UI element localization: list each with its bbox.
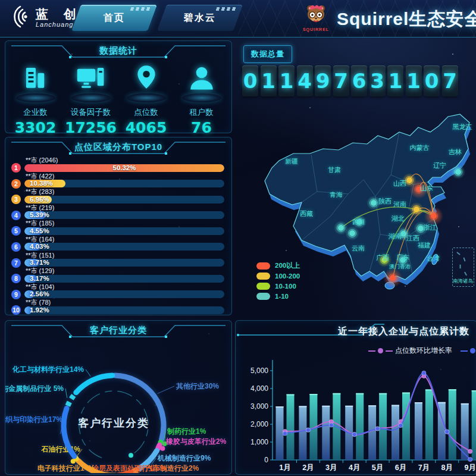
bar-1 — [415, 402, 422, 460]
legend-label: 200以上 — [275, 261, 300, 270]
map-marker — [383, 268, 402, 287]
monitor-icon — [65, 62, 117, 99]
counter-digit: 1 — [406, 65, 422, 96]
x-tick-label: 4月 — [349, 464, 360, 472]
stat-item: 企业数3302 — [10, 62, 62, 136]
top10-bar-track: 6.96% — [24, 196, 224, 203]
donut-center-label: 客户行业分类 — [62, 416, 165, 430]
app-title: Squirrel生态安全云平台 — [337, 7, 476, 32]
stat-value: 4065 — [120, 119, 173, 136]
squirrel-icon — [302, 2, 330, 26]
top10-row: **市 (129)83.17% — [11, 267, 224, 283]
bar-2 — [425, 390, 433, 461]
stats-panel: 数据统计 企业数3302设备因子数17256点位数4065租户数76 — [5, 40, 232, 133]
counter-digit: 4 — [297, 65, 313, 96]
industry-donut-chart: 其他行业30%制药行业1%橡胶与皮革行业2%机械制造行业9%汽车制造行业2%涂层… — [5, 339, 231, 472]
inner-ring-dot — [129, 453, 133, 458]
map-legend-item[interactable]: 200以上 — [256, 261, 300, 271]
x-tick-label: 1月 — [279, 464, 290, 472]
province-label: 广西 — [376, 253, 389, 262]
top10-bar-track: 10.38% — [24, 180, 224, 187]
top10-value-label: 3.71% — [30, 259, 49, 267]
donut-label: 化工与材料学行业14% — [12, 365, 84, 374]
bar-2 — [472, 390, 476, 460]
top10-bar-line: 54.55% — [11, 227, 224, 235]
province-label: 青海 — [330, 190, 343, 199]
y-tick-label: 1,000 — [250, 438, 268, 446]
stat-item: 点位数4065 — [120, 62, 173, 136]
tab-home[interactable]: 首页 — [71, 5, 157, 31]
top10-row: **市 (164)64.03% — [11, 236, 224, 252]
x-tick-label: 3月 — [325, 464, 337, 472]
bar-1 — [299, 406, 306, 460]
donut-label: 钢铁与金属制品行业 5% — [5, 384, 64, 393]
top10-row: **市 (219)45.39% — [11, 204, 224, 220]
province-label: 西藏 — [300, 209, 313, 218]
counter-digit: 1 — [261, 65, 277, 96]
map-marker — [451, 165, 465, 179]
top10-value-label: 5.39% — [30, 211, 49, 219]
top10-category: **市 (422) — [11, 173, 224, 180]
province-label: 甘肃 — [328, 165, 341, 174]
province-label: 山东 — [420, 184, 433, 193]
top10-value-label: 4.03% — [30, 243, 49, 250]
map-legend-item[interactable]: 100-200 — [256, 271, 300, 281]
y-tick-label: 2,000 — [250, 420, 268, 428]
top10-bar-line: 101.92% — [11, 306, 224, 314]
bar-2 — [402, 393, 410, 460]
counter-digit: 7 — [442, 65, 458, 96]
stat-label: 企业数 — [10, 107, 62, 118]
top10-bar-line: 92.56% — [11, 290, 224, 299]
map-legend-item[interactable]: 1-10 — [256, 291, 300, 301]
total-counter: 011497631107 — [242, 65, 458, 96]
legend-swatch — [256, 262, 270, 270]
donut-label: 橡胶与皮革行业2% — [165, 437, 227, 446]
province-label: 云南 — [352, 244, 365, 253]
top10-value-label: 50.32% — [24, 164, 224, 172]
map-legend-item[interactable]: 10-100 — [256, 281, 300, 291]
tab-label: 首页 — [104, 12, 125, 24]
top10-panel-header: 点位区域分布TOP10 — [5, 137, 231, 155]
top10-category: **市 (219) — [11, 204, 224, 211]
bar-1 — [392, 405, 399, 460]
top10-row: **市 (185)54.55% — [11, 220, 224, 236]
rank-badge: 8 — [11, 274, 21, 283]
y-tick-label: 0 — [264, 456, 268, 464]
squirrel-mascot: SQUIRREL — [300, 2, 331, 32]
rank-badge: 7 — [11, 258, 21, 268]
counter-digit: 7 — [333, 65, 349, 96]
stat-value: 17256 — [65, 119, 117, 136]
top10-bar-track: 4.55% — [24, 227, 224, 235]
counter-digit: 0 — [242, 65, 258, 96]
x-tick-label: 8月 — [441, 464, 453, 472]
south-sea-inset: 南海诸岛 — [452, 248, 474, 287]
top10-row: **市 (78)101.92% — [11, 299, 224, 315]
counter-digit: 6 — [351, 65, 367, 96]
x-tick-label: 5月 — [372, 464, 383, 472]
tab-bishuiyun[interactable]: 碧水云 — [157, 5, 243, 31]
rank-badge: 10 — [11, 305, 21, 315]
top10-category: **市 (185) — [11, 220, 224, 227]
province-label: 河南 — [393, 200, 406, 209]
top10-bar-track: 4.03% — [24, 243, 224, 250]
donut-label: 纺织与印染行业17% — [5, 415, 62, 424]
rank-badge: 9 — [11, 290, 21, 299]
top10-category: **市 (164) — [11, 236, 224, 243]
rank-badge: 3 — [11, 195, 21, 204]
stat-label: 租户数 — [176, 107, 228, 118]
top10-bar-track: 3.17% — [24, 275, 224, 283]
donut-label: 制药行业1% — [167, 427, 206, 436]
top10-bar-line: 83.17% — [11, 274, 224, 283]
stats-panel-header: 数据统计 — [5, 41, 231, 59]
industry-panel-title: 客户行业分类 — [5, 325, 231, 336]
top10-category: **市 (104) — [11, 283, 224, 290]
location-pin-icon — [120, 62, 173, 99]
donut-label: 其他行业30% — [176, 382, 219, 390]
top10-row: **市 (104)92.56% — [11, 283, 224, 299]
stats-row: 企业数3302设备因子数17256点位数4065租户数76 — [5, 59, 231, 136]
user-icon — [176, 62, 228, 99]
counter-digit: 9 — [315, 65, 331, 96]
counter-digit: 1 — [278, 65, 295, 96]
bar-2 — [287, 394, 295, 460]
top10-category: **市 (78) — [11, 299, 224, 306]
